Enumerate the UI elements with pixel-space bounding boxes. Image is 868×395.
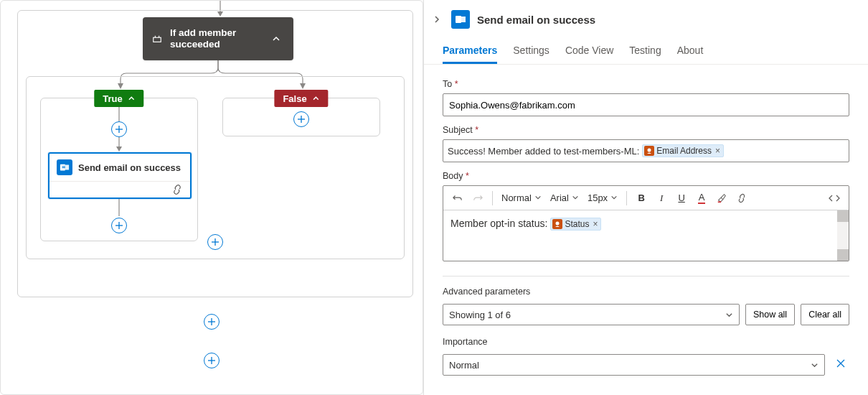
branch-true-header[interactable]: True — [94, 90, 143, 107]
advanced-select[interactable]: Showing 1 of 6 — [443, 304, 740, 325]
chevron-down-icon — [534, 192, 542, 203]
add-step-button[interactable] — [111, 121, 127, 137]
add-step-button[interactable] — [111, 218, 127, 233]
importance-select[interactable]: Normal — [443, 354, 825, 376]
style-select[interactable]: Normal — [499, 192, 544, 203]
svg-point-25 — [648, 149, 651, 152]
branch-true[interactable]: True Send email on success — [40, 98, 198, 241]
branch-false[interactable]: False — [222, 98, 380, 136]
editor-scrollbar[interactable] — [837, 210, 849, 261]
editor-toolbar: Normal Arial 15px B I U A — [443, 186, 849, 210]
outlook-icon — [451, 10, 470, 29]
branch-true-label: True — [103, 93, 122, 104]
font-color-button[interactable]: A — [693, 190, 710, 207]
flow-line — [115, 199, 123, 216]
chevron-down-icon — [811, 361, 819, 369]
remove-token-button[interactable]: × — [593, 219, 598, 229]
to-label: To — [443, 79, 849, 89]
size-select[interactable]: 15px — [585, 192, 621, 203]
token-status[interactable]: Status × — [550, 218, 601, 231]
code-view-button[interactable] — [826, 190, 843, 207]
subject-label: Subject — [443, 125, 849, 135]
tab-testing[interactable]: Testing — [629, 39, 661, 64]
chevron-up-icon — [313, 95, 320, 102]
to-input[interactable] — [443, 93, 849, 116]
tab-parameters[interactable]: Parameters — [443, 39, 497, 64]
outlook-icon — [57, 159, 72, 175]
bold-button[interactable]: B — [633, 190, 650, 207]
subject-input[interactable]: Success! Member added to test-members-ML… — [443, 139, 849, 162]
panel-tabs: Parameters Settings Code View Testing Ab… — [424, 36, 868, 65]
branch-false-label: False — [283, 93, 306, 104]
panel-title: Send email on success — [477, 14, 595, 26]
tab-code-view[interactable]: Code View — [565, 39, 613, 64]
mailchimp-icon — [644, 146, 654, 156]
subject-text: Success! Member added to test-members-ML… — [448, 146, 639, 157]
panel-header: Send email on success — [424, 0, 868, 36]
redo-button[interactable] — [469, 190, 486, 207]
body-label: Body — [443, 171, 849, 181]
clear-all-button[interactable]: Clear all — [801, 304, 849, 325]
body-editor: Normal Arial 15px B I U A Member opt-in … — [443, 185, 849, 261]
parameters-form: To Subject Success! Member added to test… — [424, 65, 868, 386]
svg-point-27 — [556, 222, 560, 226]
branch-false-header[interactable]: False — [274, 90, 328, 107]
action-card-send-email[interactable]: Send email on success — [48, 152, 192, 199]
remove-field-button[interactable] — [832, 358, 849, 373]
underline-button[interactable]: U — [673, 190, 690, 207]
link-icon — [171, 184, 183, 198]
chevron-down-icon — [572, 192, 579, 203]
properties-panel: Send email on success Parameters Setting… — [423, 0, 868, 395]
body-content[interactable]: Member opt-in status: Status × — [443, 210, 849, 261]
action-title: Send email on success — [78, 162, 181, 173]
chevron-down-icon — [725, 311, 733, 319]
flow-line — [115, 107, 123, 121]
advanced-label: Advanced parameters — [443, 287, 849, 297]
chevron-up-icon — [128, 95, 136, 102]
token-email-address[interactable]: Email Address × — [642, 144, 724, 157]
font-select[interactable]: Arial — [547, 192, 582, 203]
flow-arrow — [115, 137, 123, 153]
collapse-panel-button[interactable] — [430, 12, 444, 27]
add-step-button[interactable] — [207, 234, 223, 250]
tab-settings[interactable]: Settings — [513, 39, 549, 64]
mailchimp-icon — [552, 219, 562, 229]
add-step-button[interactable] — [204, 353, 220, 368]
svg-marker-11 — [116, 147, 122, 152]
add-step-button[interactable] — [204, 314, 220, 330]
remove-token-button[interactable]: × — [715, 146, 720, 156]
add-step-button[interactable] — [293, 111, 309, 127]
body-text: Member opt-in status: — [450, 218, 547, 229]
highlight-button[interactable] — [713, 190, 730, 207]
svg-rect-24 — [456, 16, 461, 23]
tab-about[interactable]: About — [677, 39, 704, 64]
italic-button[interactable]: I — [653, 190, 670, 207]
undo-button[interactable] — [449, 190, 466, 207]
chevron-down-icon — [610, 192, 618, 203]
show-all-button[interactable]: Show all — [745, 304, 795, 325]
importance-label: Importance — [443, 337, 849, 347]
workflow-canvas[interactable]: If add member succeeded True — [0, 0, 423, 395]
link-button[interactable] — [733, 190, 750, 207]
